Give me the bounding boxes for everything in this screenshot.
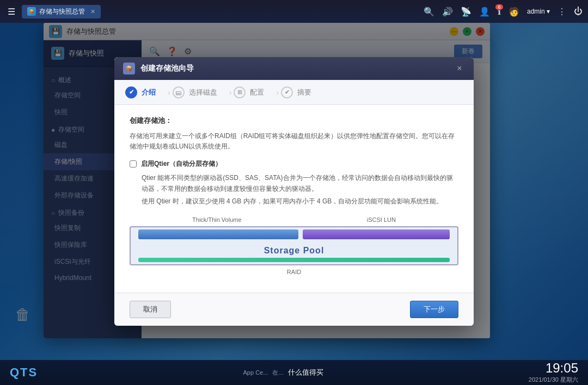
app-tab-storage[interactable]: 📦 存储与快照总管 ✕ [22,5,101,18]
wizard-titlebar: 📦 创建存储池向导 × [114,57,474,80]
step-summary-label: 摘要 [297,88,311,97]
search-icon[interactable]: 🔍 [424,7,434,17]
wizard-title-icon: 📦 [123,63,135,74]
next-button[interactable]: 下一步 [410,301,458,318]
admin-menu[interactable]: admin ▾ [527,8,550,15]
raid-label: RAID [130,269,458,275]
wizard-close-button[interactable]: × [454,63,465,74]
label-thick-volume: Thick/Thin Volume [192,216,241,223]
label-iscsi-lun: iSCSI LUN [367,216,396,223]
cancel-button[interactable]: 取消 [130,301,171,318]
user-circle-icon[interactable]: 👤 [479,7,490,17]
menu-icon[interactable]: ☰ [5,4,17,19]
step-intro-icon: ✔ [125,86,137,98]
qtier-desc-1: Qtier 能将不同类型的驱动器(SSD、SAS、SATA)合并为一个存储池，经… [130,173,458,194]
wizard-content: 创建存储池： 存储池可用来建立一个或多个RAID组（RAID组可将实体磁盘组织起… [114,105,474,293]
wizard-steps-nav: ✔ 介绍 › 🖴 选择磁盘 › ⊞ 配置 › ✔ 摘要 [114,80,474,105]
taskbar-top: ☰ 📦 存储与快照总管 ✕ 🔍 🔊 📡 👤 ℹ 6 🧑 admin ▾ ⋮ ⏻ [0,0,588,23]
account-icon[interactable]: 🧑 [509,7,519,17]
bottom-right: 19:05 2021/01/30 星期六 [529,361,578,383]
step-intro-label: 介绍 [142,88,156,97]
pool-diagram: Thick/Thin Volume iSCSI LUN Storage Pool… [130,216,458,275]
step-summary-icon: ✔ [281,86,293,98]
app-tab-close[interactable]: ✕ [90,8,95,15]
wizard-step-intro[interactable]: ✔ 介绍 [125,86,166,98]
raid-bar [138,258,450,262]
modal-overlay: 📦 创建存储池向导 × ✔ 介绍 › 🖴 选择磁盘 › ⊞ 配置 [0,23,588,360]
power-icon[interactable]: ⏻ [574,7,583,16]
wizard-dialog: 📦 创建存储池向导 × ✔ 介绍 › 🖴 选择磁盘 › ⊞ 配置 [114,57,474,326]
step-sep-2: › [227,88,234,97]
step-disk-label: 选择磁盘 [189,88,217,97]
info-icon[interactable]: ℹ 6 [498,7,501,17]
app-tab-label: 存储与快照总管 [39,7,85,16]
taskbar-bottom: QTS App Ce... 在... 什么值得买 19:05 2021/01/3… [0,360,588,385]
clock-date: 2021/01/30 星期六 [529,376,578,384]
volume-icon[interactable]: 🔊 [442,7,453,17]
qtier-label[interactable]: 启用Qtier（自动分层存储） [141,159,222,169]
qtier-checkbox-row: 启用Qtier（自动分层存储） [130,159,458,169]
storage-app-icon: 📦 [27,7,36,16]
notification-text: App Ce... [243,369,268,376]
step-config-label: 配置 [250,88,264,97]
wizard-step-config[interactable]: ⊞ 配置 [234,86,274,98]
notification-text-2: 在... [272,369,283,377]
notification-text-3: 什么值得买 [288,368,323,377]
qtier-checkbox[interactable] [130,160,137,167]
diagram-labels: Thick/Thin Volume iSCSI LUN [130,216,458,223]
desktop: ❤️ 🌊 💙 🟠 💚 💜 💾 存储与快照总管 — + ✕ 💾 存储与快照 [0,23,588,360]
clock-time: 19:05 [546,361,578,375]
wizard-step-select-disk[interactable]: 🖴 选择磁盘 [173,86,227,98]
qtier-desc-2: 使用 Qtier 时，建议至少使用 4 GB 内存，如果可用内存小于 4 GB，… [130,196,458,207]
bottom-notifications: App Ce... 在... 什么值得买 [243,368,323,377]
step-sep-1: › [166,88,173,97]
taskbar-left: ☰ 📦 存储与快照总管 ✕ [5,4,101,19]
more-options-icon[interactable]: ⋮ [558,7,566,17]
wizard-description: 存储池可用来建立一个或多个RAID组（RAID组可将实体磁盘组织起来）以供您弹性… [130,131,458,152]
pool-outer-box: Storage Pool [130,226,458,265]
qts-logo: QTS [10,365,38,380]
wizard-step-summary[interactable]: ✔ 摘要 [281,86,321,98]
network-icon[interactable]: 📡 [461,7,471,17]
thick-volume-bar [138,229,298,239]
wizard-section-title: 创建存储池： [130,116,458,126]
notification-badge: 6 [495,4,503,10]
step-disk-icon: 🖴 [173,86,185,98]
storage-pool-label: Storage Pool [133,241,455,258]
wizard-footer: 取消 下一步 [114,293,474,326]
taskbar-right: 🔍 🔊 📡 👤 ℹ 6 🧑 admin ▾ ⋮ ⏻ [424,7,583,17]
wizard-title-text: 创建存储池向导 [140,64,454,73]
step-config-icon: ⊞ [234,86,246,98]
iscsi-lun-bar [303,229,450,239]
pool-bars-row [133,229,455,239]
step-sep-3: › [274,88,281,97]
